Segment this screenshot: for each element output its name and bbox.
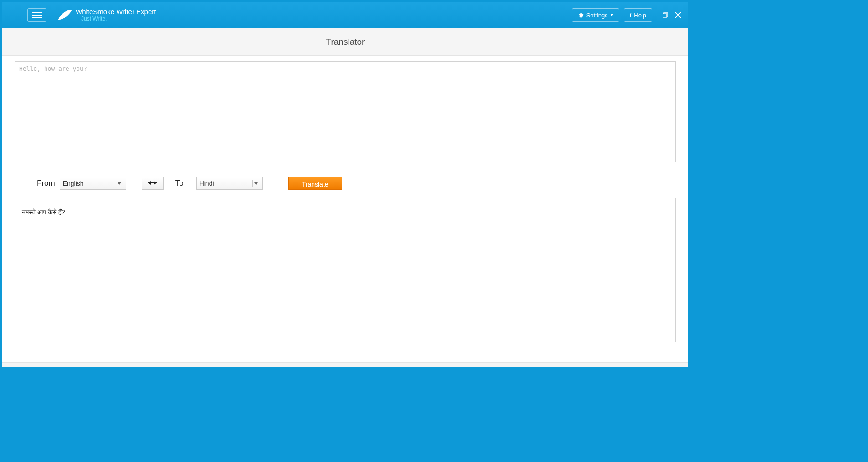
swap-icon — [148, 180, 158, 187]
to-label: To — [175, 179, 184, 188]
settings-button[interactable]: Settings — [572, 8, 619, 22]
translator-controls: From English To — [37, 177, 676, 190]
feather-icon — [57, 9, 73, 21]
help-button[interactable]: i Help — [624, 8, 652, 22]
app-header: WhiteSmoke Writer Expert Just Write. Set… — [2, 2, 688, 28]
translation-output: नमस्ते आप कैसे हैं? — [15, 198, 676, 342]
window-controls — [660, 10, 683, 20]
chevron-down-icon — [611, 14, 613, 16]
restore-window-button[interactable] — [660, 10, 670, 20]
to-language-select[interactable]: Hindi — [196, 177, 263, 190]
close-window-button[interactable] — [673, 10, 683, 20]
menu-button[interactable] — [27, 8, 46, 22]
from-language-value: English — [63, 180, 84, 187]
from-language-select[interactable]: English — [60, 177, 126, 190]
swap-languages-button[interactable] — [142, 177, 164, 190]
output-text: नमस्ते आप कैसे हैं? — [22, 208, 65, 216]
to-language-value: Hindi — [200, 180, 214, 187]
source-text-input[interactable] — [15, 61, 676, 162]
app-tagline: Just Write. — [81, 16, 156, 22]
footer-strip — [2, 362, 688, 367]
svg-rect-0 — [663, 14, 667, 17]
info-icon: i — [630, 11, 632, 19]
settings-label: Settings — [586, 12, 608, 19]
chevron-down-icon — [252, 180, 260, 187]
page-title: Translator — [326, 37, 365, 47]
app-logo: WhiteSmoke Writer Expert Just Write. — [57, 8, 156, 22]
app-window: WhiteSmoke Writer Expert Just Write. Set… — [2, 2, 688, 367]
translate-button[interactable]: Translate — [288, 177, 342, 190]
translator-content: From English To — [2, 56, 688, 362]
help-label: Help — [634, 12, 646, 19]
translate-button-label: Translate — [302, 181, 329, 188]
from-label: From — [37, 179, 55, 188]
page-subheader: Translator — [2, 28, 688, 56]
app-title: WhiteSmoke Writer Expert — [76, 8, 156, 16]
chevron-down-icon — [116, 180, 123, 187]
gear-icon — [578, 12, 584, 18]
